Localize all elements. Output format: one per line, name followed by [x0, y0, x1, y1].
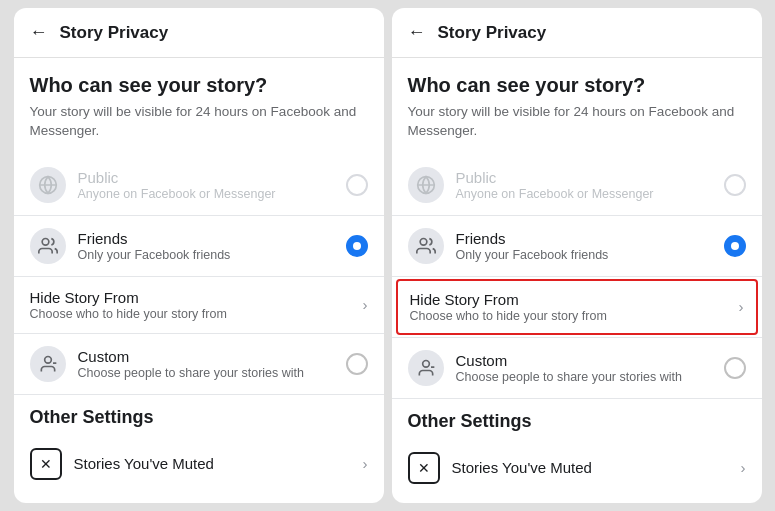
option-friends-right[interactable]: Friends Only your Facebook friends: [392, 216, 762, 277]
option-label-friends-right: Friends: [456, 230, 724, 247]
option-sublabel-hide-right: Choose who to hide your story from: [410, 309, 739, 323]
header-right: ← Story Privacy: [392, 8, 762, 58]
header-left: ← Story Privacy: [14, 8, 384, 58]
chevron-muted-right: ›: [741, 459, 746, 476]
globe-icon-right: [408, 167, 444, 203]
muted-label-left: Stories You've Muted: [74, 455, 363, 472]
section-heading-left: Who can see your story?: [14, 74, 384, 97]
friends-icon-right: [408, 228, 444, 264]
radio-friends-left[interactable]: [346, 235, 368, 257]
option-sublabel-hide-left: Choose who to hide your story from: [30, 307, 363, 321]
muted-icon-left: ✕: [30, 448, 62, 480]
back-button-right[interactable]: ←: [408, 22, 426, 43]
chevron-hide-right: ›: [739, 298, 744, 315]
svg-point-7: [420, 238, 427, 245]
option-text-custom-right: Custom Choose people to share your stori…: [456, 352, 724, 384]
option-text-friends-right: Friends Only your Facebook friends: [456, 230, 724, 262]
option-label-friends-left: Friends: [78, 230, 346, 247]
option-custom-left[interactable]: Custom Choose people to share your stori…: [14, 334, 384, 395]
option-text-public-left: Public Anyone on Facebook or Messenger: [78, 169, 346, 201]
muted-icon-right: ✕: [408, 452, 440, 484]
option-label-custom-right: Custom: [456, 352, 724, 369]
option-custom-right[interactable]: Custom Choose people to share your stori…: [392, 338, 762, 399]
option-sublabel-friends-left: Only your Facebook friends: [78, 248, 346, 262]
muted-row-left[interactable]: ✕ Stories You've Muted ›: [14, 436, 384, 492]
option-sublabel-custom-right: Choose people to share your stories with: [456, 370, 724, 384]
option-hide-story-left[interactable]: Hide Story From Choose who to hide your …: [14, 277, 384, 334]
other-settings-heading-left: Other Settings: [14, 395, 384, 436]
muted-text-right: Stories You've Muted: [452, 459, 741, 476]
option-label-custom-left: Custom: [78, 348, 346, 365]
radio-friends-right[interactable]: [724, 235, 746, 257]
svg-point-3: [44, 356, 51, 363]
option-label-public-left: Public: [78, 169, 346, 186]
option-text-custom-left: Custom Choose people to share your stori…: [78, 348, 346, 380]
globe-icon-left: [30, 167, 66, 203]
content-right: Who can see your story? Your story will …: [392, 58, 762, 503]
friends-icon-left: [30, 228, 66, 264]
option-text-public-right: Public Anyone on Facebook or Messenger: [456, 169, 724, 201]
section-desc-left: Your story will be visible for 24 hours …: [14, 103, 384, 141]
option-label-public-right: Public: [456, 169, 724, 186]
option-sublabel-public-left: Anyone on Facebook or Messenger: [78, 187, 346, 201]
radio-custom-right[interactable]: [724, 357, 746, 379]
svg-point-2: [42, 238, 49, 245]
back-button-left[interactable]: ←: [30, 22, 48, 43]
option-sublabel-custom-left: Choose people to share your stories with: [78, 366, 346, 380]
option-label-hide-right: Hide Story From: [410, 291, 739, 308]
option-text-friends-left: Friends Only your Facebook friends: [78, 230, 346, 262]
option-sublabel-public-right: Anyone on Facebook or Messenger: [456, 187, 724, 201]
radio-custom-left[interactable]: [346, 353, 368, 375]
section-heading-right: Who can see your story?: [392, 74, 762, 97]
header-title-right: Story Privacy: [438, 23, 547, 43]
radio-public-left[interactable]: [346, 174, 368, 196]
option-public-left[interactable]: Public Anyone on Facebook or Messenger: [14, 155, 384, 216]
option-sublabel-friends-right: Only your Facebook friends: [456, 248, 724, 262]
panel-left: ← Story Privacy Who can see your story? …: [14, 8, 384, 503]
option-label-hide-left: Hide Story From: [30, 289, 363, 306]
svg-point-8: [422, 360, 429, 367]
section-desc-right: Your story will be visible for 24 hours …: [392, 103, 762, 141]
muted-text-left: Stories You've Muted: [74, 455, 363, 472]
option-public-right[interactable]: Public Anyone on Facebook or Messenger: [392, 155, 762, 216]
other-settings-heading-right: Other Settings: [392, 399, 762, 440]
option-text-hide-right: Hide Story From Choose who to hide your …: [410, 291, 739, 323]
chevron-hide-left: ›: [363, 296, 368, 313]
content-left: Who can see your story? Your story will …: [14, 58, 384, 503]
header-title-left: Story Privacy: [60, 23, 169, 43]
option-friends-left[interactable]: Friends Only your Facebook friends: [14, 216, 384, 277]
muted-label-right: Stories You've Muted: [452, 459, 741, 476]
custom-icon-left: [30, 346, 66, 382]
option-hide-story-right[interactable]: Hide Story From Choose who to hide your …: [396, 279, 758, 335]
custom-icon-right: [408, 350, 444, 386]
panel-right: ← Story Privacy Who can see your story? …: [392, 8, 762, 503]
radio-public-right[interactable]: [724, 174, 746, 196]
option-text-hide-left: Hide Story From Choose who to hide your …: [30, 289, 363, 321]
muted-row-right[interactable]: ✕ Stories You've Muted ›: [392, 440, 762, 496]
chevron-muted-left: ›: [363, 455, 368, 472]
